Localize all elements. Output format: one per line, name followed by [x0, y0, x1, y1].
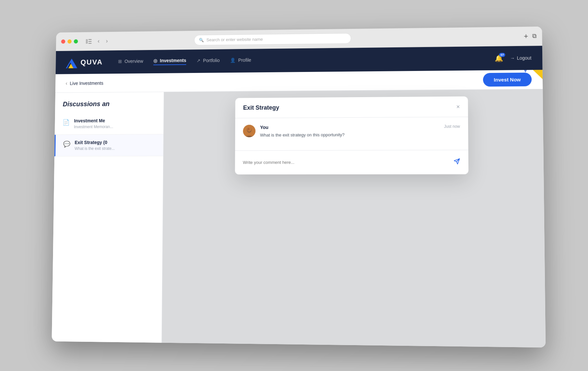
comment-avatar [243, 125, 255, 137]
svg-rect-3 [88, 43, 91, 43]
browser-controls: ‹ › [84, 36, 110, 46]
nav-right: 🔔 07 → Logout [495, 54, 531, 62]
logout-label: Logout [517, 55, 531, 61]
notification-button[interactable]: 🔔 07 [495, 54, 503, 62]
notification-badge: 07 [499, 53, 505, 57]
left-sidebar: Discussions an 📄 Investment Me Investmen… [52, 92, 164, 342]
comment-text: What is the exit strategy on this opport… [260, 131, 460, 138]
minimize-window-button[interactable] [67, 39, 72, 43]
send-icon [453, 158, 460, 164]
maximize-window-button[interactable] [74, 39, 78, 43]
forward-button[interactable]: › [104, 36, 110, 45]
content-area: Exit Strategy × [162, 89, 546, 347]
investment-memo-subtitle: Investment Memoran... [74, 124, 144, 129]
sidebar-item-investment-memo[interactable]: 📄 Investment Me Investment Memoran... [55, 112, 163, 135]
exit-strategy-subtitle: What is the exit strate... [75, 146, 145, 151]
exit-strategy-title: Exit Strategy (0 [75, 139, 155, 145]
nav-items: ⊞ Overview ◎ Investments ↗ Portfolio 👤 P… [118, 54, 495, 65]
modal-title: Exit Strategy [243, 104, 279, 111]
modal-body: You Just now What is the exit strategy o… [235, 117, 468, 150]
logo-icon [66, 56, 77, 68]
sidebar-item-exit-strategy[interactable]: 💬 Exit Strategy (0 What is the exit stra… [54, 134, 163, 156]
nav-item-investments-label: Investments [160, 58, 186, 63]
windows-button[interactable]: ⧉ [532, 32, 537, 39]
nav-item-portfolio[interactable]: ↗ Portfolio [196, 58, 220, 64]
nav-item-profile[interactable]: 👤 Profile [230, 57, 251, 64]
sidebar-section-title: Discussions an [55, 100, 164, 113]
breadcrumb-back-icon[interactable]: ‹ [66, 80, 67, 86]
nav-item-investments[interactable]: ◎ Investments [153, 58, 186, 65]
nav-item-portfolio-label: Portfolio [203, 58, 219, 63]
modal-overlay: Exit Strategy × [162, 89, 546, 347]
browser-window: ‹ › 🔍 Search or enter website name + ⧉ [52, 26, 546, 347]
address-text: Search or enter website name [206, 36, 263, 42]
logout-icon: → [510, 55, 515, 61]
comment-entry: You Just now What is the exit strategy o… [243, 124, 460, 138]
investments-icon: ◎ [153, 58, 157, 63]
modal-dialog: Exit Strategy × [235, 96, 468, 174]
comment-author: You [260, 125, 268, 130]
app-container: QUVA ⊞ Overview ◎ Investments ↗ Portfoli… [52, 46, 546, 347]
svg-rect-1 [88, 39, 91, 39]
modal-close-button[interactable]: × [456, 103, 460, 109]
investment-memo-title: Investment Me [74, 118, 156, 123]
profile-icon: 👤 [230, 57, 236, 63]
modal-header: Exit Strategy × [235, 96, 468, 118]
avatar-image [243, 125, 255, 137]
breadcrumb: ‹ Live Investments [66, 80, 103, 86]
close-window-button[interactable] [61, 39, 65, 43]
comment-content: You Just now What is the exit strategy o… [260, 124, 460, 138]
search-icon: 🔍 [199, 37, 204, 42]
nav-item-overview-label: Overview [124, 58, 143, 64]
svg-rect-2 [88, 41, 91, 41]
modal-footer [235, 150, 468, 174]
add-tab-button[interactable]: + [523, 32, 528, 40]
sidebar-toggle-icon[interactable] [84, 37, 93, 45]
address-bar[interactable]: 🔍 Search or enter website name [194, 33, 351, 45]
main-content: Discussions an 📄 Investment Me Investmen… [52, 89, 546, 347]
comment-meta: You Just now [260, 124, 460, 130]
send-button[interactable] [453, 158, 460, 166]
logo-area: QUVA [66, 56, 103, 68]
nav-item-profile-label: Profile [238, 57, 251, 63]
comment-icon: 💬 [63, 140, 70, 148]
comment-time: Just now [444, 124, 460, 129]
breadcrumb-label: Live Investments [70, 80, 103, 86]
nav-item-overview[interactable]: ⊞ Overview [118, 58, 143, 65]
traffic-lights [61, 39, 78, 43]
logo-text: QUVA [80, 58, 102, 66]
portfolio-icon: ↗ [196, 58, 200, 63]
logout-button[interactable]: → Logout [510, 55, 531, 61]
back-button[interactable]: ‹ [95, 36, 101, 45]
browser-actions: + ⧉ [523, 31, 536, 40]
svg-rect-0 [86, 39, 88, 43]
document-icon: 📄 [62, 119, 69, 126]
comment-input[interactable] [243, 155, 460, 169]
overview-icon: ⊞ [118, 59, 122, 64]
